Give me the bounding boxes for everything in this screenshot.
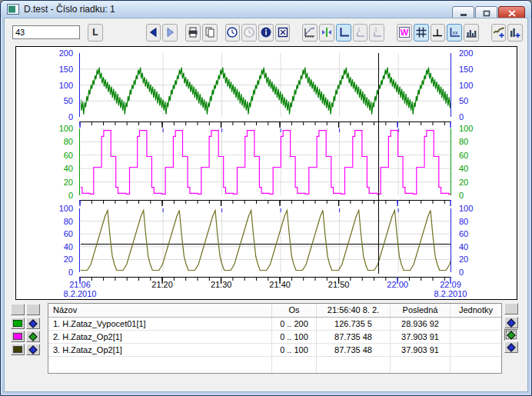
value-cursor-button[interactable] bbox=[319, 24, 334, 42]
table-cell-cursor_value: 87.735 48 bbox=[317, 331, 391, 343]
chart-panel: 050100150200 050100150200 020406080100 0… bbox=[15, 46, 517, 300]
time-clock-disabled-icon bbox=[243, 26, 255, 38]
time-cursor[interactable] bbox=[378, 53, 379, 274]
x-axis-label: 21:30 bbox=[211, 280, 232, 289]
grid-icon bbox=[415, 26, 427, 38]
axis-one-b-button: 1 bbox=[369, 24, 384, 42]
title-bar[interactable]: D.test - Číslo riadku: 1 bbox=[1, 1, 531, 18]
l-button[interactable]: L bbox=[88, 24, 103, 42]
y-axis-label: 150 bbox=[59, 65, 73, 73]
chart-2-right-axis-labels: 020406080100 bbox=[454, 128, 514, 195]
copy-icon bbox=[204, 26, 216, 38]
print-icon bbox=[187, 26, 199, 38]
chart-1-plot[interactable] bbox=[79, 53, 451, 117]
chart-2-plot[interactable] bbox=[79, 128, 451, 195]
series-marker-diamond-icon bbox=[507, 318, 515, 327]
x-axis-label: 22:09 bbox=[440, 280, 461, 289]
close-icon bbox=[508, 10, 516, 17]
series-color-chip bbox=[13, 320, 22, 327]
y-axis-label: 200 bbox=[459, 49, 473, 58]
wysiwyg-button[interactable]: W bbox=[397, 24, 412, 42]
table-cell-last_value: 37.903 91 bbox=[391, 331, 451, 343]
chart-1-right-axis-labels: 050100150200 bbox=[454, 53, 514, 117]
y-axis-label: 0 bbox=[459, 113, 464, 121]
row-buttons-left bbox=[11, 303, 48, 374]
color-column-header-button[interactable] bbox=[11, 304, 25, 315]
y-axis-label: 60 bbox=[64, 151, 73, 159]
col-header-units[interactable]: Jednotky bbox=[451, 304, 501, 317]
col-header-cursor-time[interactable]: 21:56:40 8. 2. bbox=[317, 304, 391, 317]
app-window: D.test - Číslo riadku: 1 L bbox=[0, 0, 532, 396]
row-axis-toggle-button[interactable] bbox=[504, 329, 518, 341]
chart-3-plot[interactable] bbox=[79, 208, 451, 272]
time-settings-button[interactable] bbox=[225, 24, 241, 42]
y-axis-label: 0 bbox=[459, 191, 464, 200]
row-number-input[interactable] bbox=[12, 25, 80, 39]
col-header-name[interactable]: Názov bbox=[48, 304, 272, 317]
add-trend-button[interactable] bbox=[491, 24, 507, 42]
x-axis-date-label: 8.2.2010 bbox=[64, 289, 97, 298]
right-header-button[interactable] bbox=[504, 303, 518, 314]
copy-button[interactable] bbox=[202, 24, 218, 42]
col-header-axis[interactable]: Os bbox=[272, 304, 317, 317]
row-axis-toggle-button[interactable] bbox=[504, 317, 518, 328]
axis-autoscale-button[interactable]: xx bbox=[447, 24, 462, 42]
x-axis-labels: 21:068.2.201021:2021:3021:4021:5022:0022… bbox=[16, 278, 517, 300]
y-axis-label: 100 bbox=[459, 205, 473, 213]
row-marker-button[interactable] bbox=[26, 344, 40, 355]
y-axis-label: 0 bbox=[459, 268, 464, 277]
col-header-last[interactable]: Posledná bbox=[391, 304, 451, 317]
axis-one-b-icon: 1 bbox=[371, 26, 383, 38]
row-marker-button[interactable] bbox=[26, 318, 40, 329]
previous-button[interactable] bbox=[146, 24, 161, 42]
chart-1-tick-strip bbox=[79, 117, 451, 123]
table-cell-units bbox=[451, 318, 501, 330]
add-histogram-icon bbox=[509, 26, 521, 38]
row-marker-button[interactable] bbox=[26, 331, 40, 342]
series-color-chip bbox=[13, 346, 22, 353]
table-cell-units bbox=[451, 344, 501, 356]
axis-autoscale-xx-icon: xx bbox=[448, 26, 461, 38]
row-color-button[interactable] bbox=[11, 318, 25, 329]
next-button[interactable] bbox=[162, 24, 178, 42]
chart-2-left-axis-labels: 020406080100 bbox=[16, 128, 76, 195]
l-button-label: L bbox=[92, 27, 98, 38]
table-empty-row bbox=[48, 357, 501, 373]
axis-left-button[interactable] bbox=[336, 24, 351, 42]
x-axis-label: 21:50 bbox=[328, 280, 350, 289]
y-axis-label: 0 bbox=[68, 113, 73, 121]
axis-plain-button[interactable] bbox=[431, 24, 446, 42]
close-graph-button[interactable] bbox=[275, 24, 291, 42]
series-marker-diamond-icon bbox=[507, 331, 515, 339]
marker-column-header-button[interactable] bbox=[26, 304, 40, 315]
info-icon bbox=[260, 26, 272, 38]
row-axis-toggle-button[interactable] bbox=[504, 341, 518, 353]
wysiwyg-w-icon: W bbox=[398, 26, 411, 38]
add-histogram-button[interactable] bbox=[507, 24, 523, 42]
table-cell-cursor_value: 87.735 48 bbox=[317, 344, 391, 356]
add-trend-icon bbox=[493, 26, 505, 38]
svg-text:xx: xx bbox=[453, 30, 459, 35]
y-axis-label: 100 bbox=[459, 81, 473, 89]
histogram-button[interactable] bbox=[464, 24, 479, 42]
chart-1-left-axis-labels: 050100150200 bbox=[16, 53, 76, 117]
y-axis-label: 200 bbox=[59, 49, 73, 58]
table-row[interactable]: 2. H.Zataz_Op2[1]0 .. 10087.735 4837.903… bbox=[48, 331, 501, 344]
y-axis-label: 60 bbox=[459, 230, 468, 238]
trend-axis-button[interactable] bbox=[302, 24, 318, 42]
print-button[interactable] bbox=[185, 24, 201, 42]
table-row[interactable]: 1. H.Zataz_Vypocet01[1]0 .. 200126.735 5… bbox=[48, 318, 501, 331]
table-row[interactable]: 3. H.Zataz_Op2[1]0 .. 10087.735 4837.903… bbox=[48, 344, 501, 357]
maximize-icon bbox=[483, 10, 490, 17]
time-clock-icon bbox=[226, 26, 238, 38]
grid-button[interactable] bbox=[414, 24, 429, 42]
table-cell-cursor_value: 126.735 5 bbox=[317, 318, 391, 330]
table-rows: 1. H.Zataz_Vypocet01[1]0 .. 200126.735 5… bbox=[48, 318, 501, 357]
legend-table: Názov Os 21:56:40 8. 2. Posledná Jednotk… bbox=[48, 303, 502, 374]
row-color-button[interactable] bbox=[11, 344, 25, 355]
value-cursor-icon bbox=[321, 26, 333, 38]
info-button[interactable] bbox=[258, 24, 274, 42]
previous-icon bbox=[148, 26, 160, 38]
axis-one-a-icon: 1 bbox=[354, 26, 366, 38]
row-color-button[interactable] bbox=[11, 331, 25, 342]
